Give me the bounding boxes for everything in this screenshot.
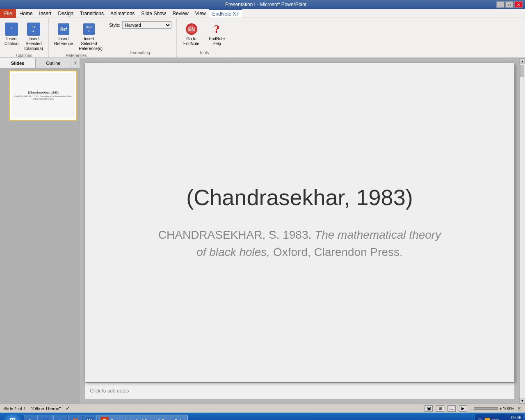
- taskbar-firefox[interactable]: 🦊: [68, 415, 82, 420]
- slide-canvas[interactable]: (Chandrasekhar, 1983) CHANDRASEKHAR, S. …: [85, 63, 514, 382]
- scroll-up-button[interactable]: ▲: [520, 58, 525, 64]
- zoom-out-button[interactable]: –: [470, 406, 473, 411]
- thumb-citation: (Chandrasekhar, 1983): [28, 91, 59, 94]
- reference-normal-text: CHANDRASEKHAR, S. 1983.: [158, 228, 315, 241]
- speaker-icon[interactable]: 🔊: [477, 418, 483, 420]
- go-to-endnote-button[interactable]: EN Go to EndNote: [179, 21, 204, 48]
- file-menu[interactable]: File: [0, 9, 16, 18]
- zoom-in-button[interactable]: +: [499, 406, 502, 411]
- start-icon: ⊞: [9, 416, 16, 420]
- slide-thumbnail[interactable]: (Chandrasekhar, 1983) CHANDRASEKHAR, S. …: [9, 71, 77, 121]
- svg-text:EN: EN: [188, 27, 195, 32]
- taskbar-powerpoint-label: Presentation1 - Microsoft PowerPoint: [110, 418, 185, 420]
- titlebar: Presentation1 - Microsoft PowerPoint — □…: [0, 0, 525, 9]
- animations-menu[interactable]: Animations: [107, 9, 138, 18]
- tools-group: EN Go to EndNote ? EndNote Help Tools: [177, 18, 232, 57]
- statusbar-left: Slide 1 of 1 "Office Theme" ✓: [3, 406, 70, 411]
- formatting-group-label: Formatting: [130, 50, 150, 56]
- slide-info: Slide 1 of 1: [3, 406, 26, 411]
- statusbar-right: ▣ ⊞ 📖 ▶ – + 103% ⊡: [425, 405, 522, 412]
- ribbon: " Insert Citation "+✓ Insert Selected Ci…: [0, 18, 525, 58]
- notes-area[interactable]: Click to add notes: [85, 382, 514, 399]
- powerpoint-icon: P: [100, 417, 109, 420]
- notes-placeholder: Click to add notes: [90, 388, 129, 394]
- minimize-button[interactable]: —: [496, 1, 504, 8]
- tray-time: 09:46: [501, 415, 521, 420]
- insert-selected-citations-icon: "+✓: [27, 23, 40, 36]
- zoom-slider[interactable]: [474, 407, 498, 410]
- sidebar: Slides Outline ✕ 1 (Chandrasekhar, 1983)…: [0, 58, 80, 404]
- start-button[interactable]: ⊞: [2, 414, 23, 420]
- citations-group-label: Citations: [16, 52, 32, 59]
- insert-citation-button[interactable]: " Insert Citation: [2, 21, 21, 48]
- slides-tab[interactable]: Slides: [0, 58, 36, 68]
- endnote-tab[interactable]: EndNote X7: [209, 9, 242, 18]
- reading-view-button[interactable]: 📖: [447, 405, 456, 412]
- references-buttons: Ref Insert Reference Ref✓ Insert Selecte…: [51, 20, 101, 52]
- insert-selected-citations-label: Insert Selected Citation(s): [23, 37, 44, 51]
- slide-reference-text: CHANDRASEKHAR, S. 1983. The mathematical…: [156, 226, 443, 261]
- references-group-label: References: [66, 52, 87, 59]
- zoom-level: 103%: [503, 406, 514, 411]
- titlebar-controls: — □ ✕: [496, 1, 523, 8]
- insert-selected-references-icon: Ref✓: [82, 23, 96, 36]
- review-menu[interactable]: Review: [169, 9, 192, 18]
- tools-buttons: EN Go to EndNote ? EndNote Help: [179, 20, 229, 50]
- design-menu[interactable]: Design: [55, 9, 76, 18]
- style-select[interactable]: Harvard: [122, 21, 171, 29]
- canvas-area: (Chandrasekhar, 1983) CHANDRASEKHAR, S. …: [80, 58, 519, 404]
- accessibility-icon: ✓: [66, 406, 70, 411]
- maximize-button[interactable]: □: [505, 1, 514, 8]
- style-dropdown: Style: Harvard: [107, 20, 174, 30]
- taskbar-word[interactable]: W: [83, 415, 97, 420]
- slide-sorter-button[interactable]: ⊞: [436, 405, 444, 412]
- slideshow-menu[interactable]: Slide Show: [138, 9, 169, 18]
- fit-window-button[interactable]: ⊡: [518, 406, 522, 411]
- endnote-help-button[interactable]: ? EndNote Help: [205, 21, 229, 48]
- scroll-thumb[interactable]: [520, 65, 524, 77]
- insert-selected-references-button[interactable]: Ref✓ Insert Selected Reference(s): [77, 21, 101, 52]
- outlook-icon: O: [41, 417, 50, 420]
- go-to-endnote-label: Go to EndNote: [181, 37, 202, 46]
- taskbar-outlook[interactable]: O: [39, 415, 52, 420]
- vertical-scrollbar: ▲ ▼: [519, 58, 525, 404]
- keyboard-icon: ⌨: [492, 418, 499, 420]
- insert-menu[interactable]: Insert: [36, 9, 55, 18]
- formatting-group: Style: Harvard Formatting: [104, 18, 177, 57]
- normal-view-button[interactable]: ▣: [425, 405, 433, 412]
- insert-citation-icon: ": [5, 23, 18, 36]
- thumb-reference: CHANDRASEKHAR, S. 1983. The mathematical…: [11, 96, 75, 100]
- insert-reference-label: Insert Reference: [53, 37, 74, 46]
- scroll-track[interactable]: [520, 64, 525, 398]
- taskbar-ie[interactable]: e: [53, 415, 67, 420]
- citations-group: " Insert Citation "+✓ Insert Selected Ci…: [0, 18, 49, 57]
- outline-tab[interactable]: Outline: [36, 58, 71, 68]
- slideshow-view-button[interactable]: ▶: [459, 405, 467, 412]
- references-group: Ref Insert Reference Ref✓ Insert Selecte…: [49, 18, 104, 57]
- transitions-menu[interactable]: Transitions: [77, 9, 107, 18]
- scroll-down-button[interactable]: ▼: [520, 398, 525, 404]
- taskbar-powerpoint[interactable]: P Presentation1 - Microsoft PowerPoint: [98, 415, 188, 420]
- slides-panel: 1 (Chandrasekhar, 1983) CHANDRASEKHAR, S…: [0, 68, 80, 404]
- menubar: File Home Insert Design Transitions Anim…: [0, 9, 525, 18]
- tray-clock[interactable]: 09:46 06/12/2013: [501, 415, 521, 420]
- statusbar: Slide 1 of 1 "Office Theme" ✓ ▣ ⊞ 📖 ▶ – …: [0, 404, 525, 413]
- view-menu[interactable]: View: [192, 9, 209, 18]
- style-label: Style:: [109, 23, 121, 27]
- ie-icon: e: [56, 417, 64, 420]
- explorer-icon: 🗂: [27, 417, 35, 420]
- word-icon: W: [86, 417, 94, 420]
- slide-citation-text: (Chandrasekhar, 1983): [186, 185, 413, 210]
- taskbar-tray: 🔊 📶 ⌨ 09:46 06/12/2013: [475, 414, 523, 420]
- home-menu[interactable]: Home: [16, 9, 36, 18]
- taskbar-explorer[interactable]: 🗂: [24, 415, 38, 420]
- endnote-help-label: EndNote Help: [207, 37, 227, 46]
- insert-citation-label: Insert Citation: [5, 37, 18, 46]
- network-icon[interactable]: 📶: [484, 418, 491, 420]
- close-button[interactable]: ✕: [514, 1, 523, 8]
- sidebar-tabs: Slides Outline ✕: [0, 58, 80, 68]
- insert-reference-button[interactable]: Ref Insert Reference: [51, 21, 76, 48]
- insert-selected-citations-button[interactable]: "+✓ Insert Selected Citation(s): [21, 21, 46, 52]
- zoom-control: – + 103%: [470, 406, 514, 411]
- sidebar-close-button[interactable]: ✕: [71, 58, 80, 68]
